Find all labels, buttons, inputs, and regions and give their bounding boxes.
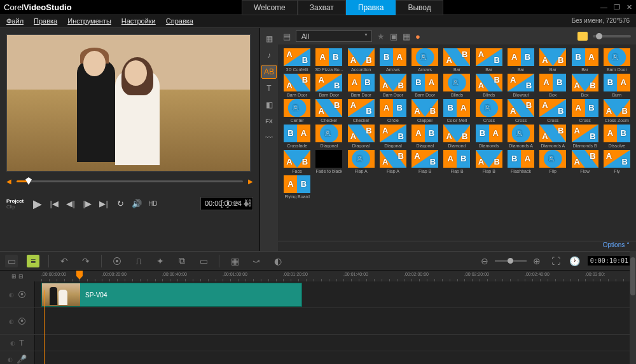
transition-item[interactable]: A B bbox=[411, 150, 438, 168]
transition-item[interactable]: A B bbox=[348, 125, 375, 142]
voice-track-lane[interactable] bbox=[35, 351, 636, 364]
tab-export[interactable]: Вывод bbox=[396, 0, 443, 15]
vertical-scrollbar[interactable] bbox=[630, 251, 636, 364]
menu-settings[interactable]: Настройки bbox=[121, 17, 156, 25]
playback-mode[interactable]: Project Clip bbox=[6, 198, 24, 210]
transition-item[interactable]: A B bbox=[443, 99, 470, 117]
playhead[interactable] bbox=[76, 271, 83, 280]
transition-item[interactable]: A B bbox=[539, 74, 566, 91]
maximize-button[interactable]: ❐ bbox=[614, 3, 620, 11]
transition-item[interactable]: A B bbox=[508, 125, 534, 142]
preview-scrubber[interactable]: ◀ ▶ bbox=[6, 177, 253, 185]
video-track-head[interactable]: ◐⦿ bbox=[0, 281, 35, 307]
transition-item[interactable]: A B bbox=[380, 48, 406, 66]
overlay-track-lane[interactable] bbox=[35, 308, 636, 334]
transition-item[interactable]: A B bbox=[315, 99, 342, 117]
lib-tab-path[interactable]: 〰 bbox=[261, 131, 277, 145]
transition-item[interactable]: A B bbox=[539, 125, 566, 142]
transition-item[interactable]: A B bbox=[284, 48, 310, 66]
lib-tool-1[interactable]: ▣ bbox=[390, 32, 398, 41]
transition-item[interactable]: A B bbox=[476, 99, 502, 117]
transition-item[interactable]: A B bbox=[315, 74, 342, 91]
cut-button[interactable]: ✂ bbox=[233, 198, 240, 208]
menu-edit[interactable]: Правка bbox=[34, 17, 57, 25]
go-start-button[interactable]: |◀ bbox=[48, 198, 60, 210]
view-toggle[interactable] bbox=[577, 32, 588, 41]
transition-item[interactable]: A B bbox=[604, 125, 630, 142]
tab-welcome[interactable]: Welcome bbox=[242, 0, 298, 15]
lib-tool-2[interactable]: ▦ bbox=[403, 32, 410, 41]
zoom-out-button[interactable]: ⊖ bbox=[478, 256, 491, 266]
transition-item[interactable]: A B bbox=[348, 74, 375, 91]
close-button[interactable]: ✕ bbox=[626, 3, 632, 11]
track-grid-button[interactable]: ▦ bbox=[228, 256, 241, 266]
transition-item[interactable]: A B bbox=[539, 48, 566, 66]
play-button[interactable]: ▶ bbox=[31, 198, 44, 210]
volume-button[interactable]: 🔊 bbox=[130, 198, 143, 210]
timeline-view-button[interactable]: ≡ bbox=[27, 255, 39, 267]
lib-tab-transitions[interactable]: AB bbox=[261, 65, 277, 79]
minimize-button[interactable]: — bbox=[600, 3, 607, 11]
zoom-in-button[interactable]: ⊕ bbox=[530, 256, 543, 266]
transition-item[interactable]: A B bbox=[443, 48, 470, 66]
lib-tab-sound[interactable]: ♪ bbox=[261, 48, 277, 62]
gallery-icon[interactable]: ▤ bbox=[283, 32, 291, 41]
transition-item[interactable]: A B bbox=[284, 99, 310, 117]
transition-item[interactable]: A B bbox=[380, 150, 406, 168]
options-panel-toggle[interactable]: Options ˄ bbox=[278, 241, 636, 251]
multi-trim-button[interactable]: ⧉ bbox=[176, 255, 188, 266]
auto-music-button[interactable]: ✦ bbox=[154, 256, 167, 266]
tab-capture[interactable]: Захват bbox=[298, 0, 346, 15]
transition-item[interactable]: A B bbox=[604, 99, 630, 117]
transition-item[interactable]: A B bbox=[411, 48, 438, 66]
title-track-lane[interactable] bbox=[35, 335, 636, 351]
mark-out-button[interactable]: ] bbox=[226, 198, 229, 208]
transition-item[interactable]: A B bbox=[508, 48, 534, 66]
thumbnail-zoom-slider[interactable] bbox=[593, 35, 631, 37]
transition-item[interactable]: A B bbox=[315, 150, 342, 168]
ruler-tools[interactable]: ⊞ ⊟ bbox=[0, 271, 35, 281]
transition-item[interactable]: A B bbox=[411, 74, 438, 91]
hd-toggle[interactable]: HD bbox=[148, 200, 157, 207]
transition-item[interactable]: A B bbox=[380, 99, 406, 117]
transition-item[interactable]: A B bbox=[539, 99, 566, 117]
timeline-ruler[interactable]: ,00:00:00:00,00:00:20:00,00:00:40:00,00:… bbox=[35, 271, 636, 281]
lib-tab-graphics[interactable]: ◧ bbox=[261, 98, 277, 112]
lib-tab-fx[interactable]: FX bbox=[261, 114, 277, 128]
transition-item[interactable]: A B bbox=[539, 150, 566, 168]
transition-item[interactable]: A B bbox=[476, 74, 502, 91]
menu-help[interactable]: Справка bbox=[166, 17, 193, 25]
voice-track-head[interactable]: ◐🎤 bbox=[0, 351, 35, 364]
transition-item[interactable]: A B bbox=[572, 99, 598, 117]
library-filter-dropdown[interactable]: All bbox=[296, 30, 372, 42]
transition-item[interactable]: A B bbox=[508, 74, 534, 91]
preview-monitor[interactable] bbox=[6, 34, 251, 172]
tab-edit[interactable]: Правка bbox=[346, 0, 396, 15]
transition-item[interactable]: A B bbox=[443, 150, 470, 168]
transition-item[interactable]: A B bbox=[572, 74, 598, 91]
record-button[interactable]: ⦿ bbox=[111, 256, 123, 266]
mixer-button[interactable]: ⎍ bbox=[132, 256, 145, 266]
transition-item[interactable]: A B bbox=[411, 99, 438, 117]
transition-item[interactable]: A B bbox=[315, 125, 342, 142]
loop-button[interactable]: ↻ bbox=[114, 198, 127, 210]
transition-item[interactable]: A B bbox=[284, 175, 310, 193]
transition-item[interactable]: A B bbox=[284, 150, 310, 168]
transition-item[interactable]: A B bbox=[572, 150, 598, 168]
transition-item[interactable]: A B bbox=[604, 150, 630, 168]
transition-item[interactable]: A B bbox=[315, 48, 342, 66]
transition-item[interactable]: A B bbox=[380, 74, 406, 91]
video-track-lane[interactable]: SP-V04 bbox=[35, 281, 636, 307]
link-button[interactable]: ⛓ bbox=[244, 198, 252, 208]
transition-item[interactable]: A B bbox=[348, 48, 375, 66]
prev-frame-button[interactable]: ◀| bbox=[64, 198, 77, 210]
transition-item[interactable]: A B bbox=[476, 48, 502, 66]
transition-item[interactable]: A B bbox=[284, 74, 310, 91]
project-duration[interactable]: 0:00:10:01 bbox=[588, 256, 631, 266]
menu-file[interactable]: Файл bbox=[6, 17, 24, 25]
title-track-head[interactable]: ◐T bbox=[0, 335, 35, 351]
transition-item[interactable]: A B bbox=[572, 48, 598, 66]
transition-item[interactable]: A B bbox=[411, 125, 438, 142]
fav-icon[interactable]: ★ bbox=[377, 32, 385, 41]
next-frame-button[interactable]: |▶ bbox=[81, 198, 93, 210]
